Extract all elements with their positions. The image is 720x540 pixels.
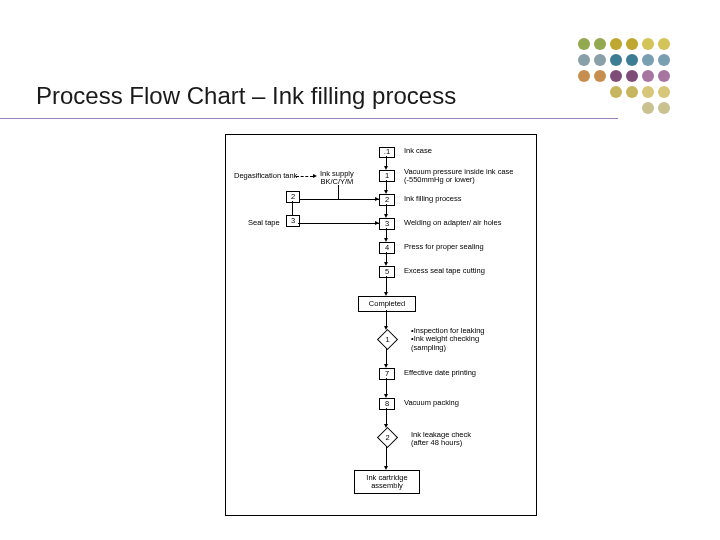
label-step5: Excess seal tape cutting — [404, 267, 485, 275]
step-2: 2 — [379, 194, 395, 206]
degas-label: Degasification tank — [234, 172, 297, 180]
ink-supply-label: Ink supply BK/C/Y/M — [320, 170, 354, 187]
inspect-1: 1 — [377, 329, 398, 350]
step-4: 4 — [379, 242, 395, 254]
step-5: 5 — [379, 266, 395, 278]
label-ink-case: Ink case — [404, 147, 432, 155]
aux-3: 3 — [286, 215, 300, 227]
label-step3: Welding on adapter/ air holes — [404, 219, 501, 227]
label-step7: Effective date printing — [404, 369, 476, 377]
step-1: 1 — [379, 170, 395, 182]
page-title: Process Flow Chart – Ink filling process — [36, 82, 456, 110]
label-insp1: •Inspection for leaking •Ink weight chec… — [411, 327, 485, 352]
title-underline — [0, 118, 618, 119]
label-step2: Ink filling process — [404, 195, 462, 203]
step-8: 8 — [379, 398, 395, 410]
label-step1: Vacuum pressure inside ink case (-550mmH… — [404, 168, 514, 185]
slide: Process Flow Chart – Ink filling process… — [0, 0, 720, 540]
step-7: 7 — [379, 368, 395, 380]
aux-2: 2 — [286, 191, 300, 203]
label-step8: Vacuum packing — [404, 399, 459, 407]
decorative-dots — [578, 38, 670, 114]
assembly-box: Ink cartridge assembly — [354, 470, 420, 494]
flowchart: .1 Ink case 1 Vacuum pressure inside ink… — [225, 134, 537, 516]
completed-box: Completed — [358, 296, 416, 312]
label-insp2: Ink leakage check (after 48 hours) — [411, 431, 471, 448]
label-step4: Press for proper sealing — [404, 243, 484, 251]
step-3: 3 — [379, 218, 395, 230]
node-dot1: .1 — [379, 147, 395, 158]
inspect-2: 2 — [377, 427, 398, 448]
seal-tape-label: Seal tape — [248, 219, 280, 227]
